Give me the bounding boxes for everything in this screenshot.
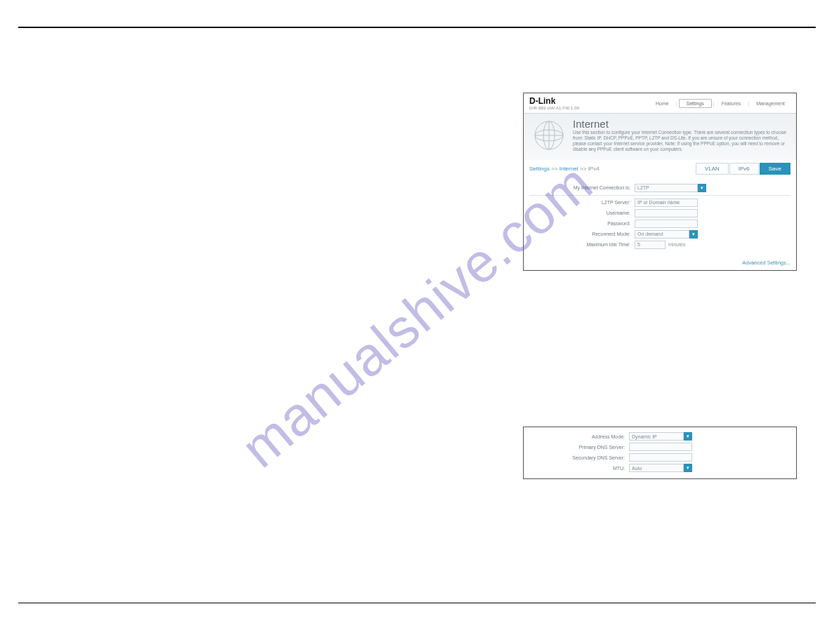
hero-title: Internet [573,118,790,130]
secondary-dns-input[interactable] [629,453,692,462]
hero: Internet Use this section to configure y… [524,114,796,160]
firmware-text: DIR-882 HW:A1 FW:1.00 [529,106,579,110]
advanced-settings-screenshot: Address Mode: Dynamic IP ▾ Primary DNS S… [523,427,797,479]
router-settings-screenshot: D-Link DIR-882 HW:A1 FW:1.00 Home | Sett… [523,93,797,271]
mtu-value: Auto [629,464,684,472]
chevron-down-icon: ▾ [689,230,698,239]
idle-label: Maximum Idle Time: [529,242,635,247]
address-mode-select[interactable]: Dynamic IP ▾ [629,432,692,441]
top-rule [18,27,816,28]
hero-description: Use this section to configure your Inter… [573,130,790,153]
nav-management[interactable]: Management [750,100,790,107]
idle-suffix: minutes [668,242,686,247]
bottom-rule [18,603,816,603]
crumb-internet[interactable]: Internet [560,166,578,172]
username-input[interactable] [635,209,698,217]
primary-dns-label: Primary DNS Server: [524,445,629,450]
brand-logo: D-Link [529,96,579,106]
l2tp-server-label: L2TP Server: [529,200,635,205]
breadcrumb: Settings >> Internet >> IPv4 [529,166,600,172]
nav-sep: | [675,101,679,106]
divider [529,195,790,196]
ipv6-button[interactable]: IPv6 [729,163,759,175]
router-header: D-Link DIR-882 HW:A1 FW:1.00 Home | Sett… [524,93,796,114]
mtu-select[interactable]: Auto ▾ [629,464,692,472]
primary-dns-input[interactable] [629,443,692,451]
top-nav: Home | Settings | Features | Management [650,99,790,108]
secondary-dns-label: Secondary DNS Server: [524,455,629,460]
advanced-settings-link[interactable]: Advanced Settings... [524,257,796,270]
chevron-down-icon: ▾ [684,464,692,472]
l2tp-server-input[interactable]: IP or Domain name [635,199,698,207]
chevron-down-icon: ▾ [698,184,706,192]
password-label: Password: [529,221,635,226]
connection-label: My Internet Connection is: [529,185,635,190]
connection-select[interactable]: L2TP ▾ [635,184,706,192]
vlan-button[interactable]: VLAN [696,163,729,175]
username-label: Username: [529,210,635,215]
nav-home[interactable]: Home [650,100,675,107]
crumb-ipv4: IPv4 [588,166,600,172]
connection-value: L2TP [635,184,698,192]
chevron-down-icon: ▾ [684,432,692,441]
crumb-settings[interactable]: Settings [529,166,550,172]
address-mode-value: Dynamic IP [629,432,684,441]
nav-features[interactable]: Features [716,100,747,107]
globe-icon [529,118,569,153]
mtu-label: MTU: [524,466,629,471]
reconnect-label: Reconnect Mode: [529,232,635,236]
address-mode-label: Address Mode: [524,434,629,439]
save-button[interactable]: Save [760,163,790,175]
reconnect-value: On demand [635,230,689,239]
idle-input[interactable]: 5 [635,241,666,249]
reconnect-select[interactable]: On demand ▾ [635,230,698,239]
password-input[interactable] [635,220,698,228]
nav-settings[interactable]: Settings [679,99,712,108]
